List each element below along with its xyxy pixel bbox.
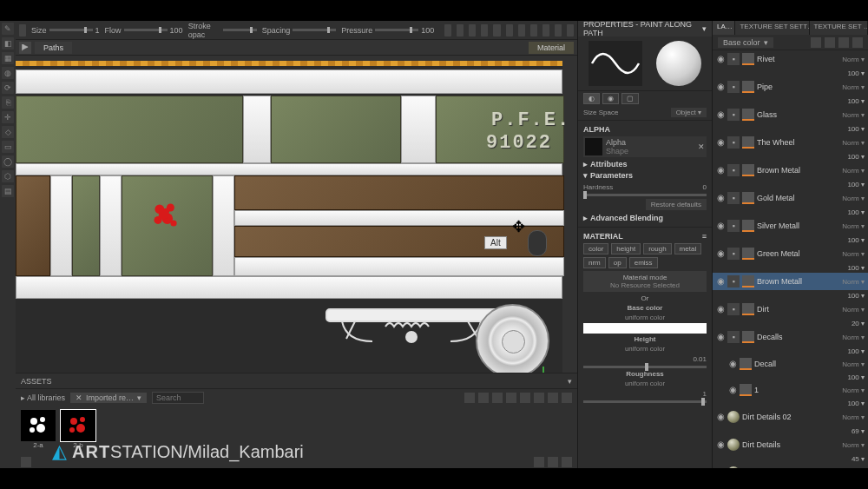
assets-new-icon[interactable]	[548, 457, 558, 467]
layer-row[interactable]: ◉Dirt DetailsNorm ▾	[713, 436, 868, 453]
space-tab-3[interactable]: ▢	[621, 93, 639, 104]
symmetry-icon[interactable]	[444, 24, 451, 36]
opacity-value[interactable]: 20 ▾	[852, 320, 865, 327]
tool-12[interactable]: ▤	[2, 185, 14, 197]
folder-icon[interactable]: ▪	[727, 275, 740, 287]
viewport-3d[interactable]: P.F.E. 91022	[16, 56, 577, 373]
opacity-value[interactable]: 100 ▾	[847, 181, 865, 188]
assets-view2-icon[interactable]	[478, 393, 489, 403]
pause-icon[interactable]	[506, 24, 513, 36]
assets-foot-icon[interactable]	[21, 457, 31, 467]
blend-mode-select[interactable]: Norm ▾	[840, 56, 865, 63]
cube-icon[interactable]	[518, 24, 525, 36]
material-menu-icon[interactable]: ≡	[702, 232, 707, 241]
tool-pick[interactable]: ✛	[2, 111, 14, 123]
tab-layers[interactable]: LA…	[713, 21, 735, 35]
hardness-slider[interactable]	[583, 194, 707, 196]
blend-mode-select[interactable]: Norm ▾	[840, 334, 865, 341]
opacity-value[interactable]: 45 ▾	[852, 455, 865, 463]
tool-proj[interactable]: ▦	[2, 52, 14, 64]
opacity-value[interactable]: 69 ▾	[852, 427, 865, 435]
asset-item[interactable]: 2-a	[21, 410, 56, 448]
view-icon[interactable]	[469, 24, 476, 36]
assets-filter-select[interactable]: ✕ Imported re… ▾	[70, 393, 147, 403]
tab-texture-set-settings[interactable]: TEXTURE SET SETT…	[735, 21, 809, 35]
brush-preset-icon[interactable]	[19, 24, 26, 36]
lazy-mouse-icon[interactable]	[457, 24, 464, 36]
eye-icon[interactable]: ◉	[716, 277, 725, 286]
tool-smudge[interactable]: ⟳	[2, 82, 14, 94]
layer-row[interactable]: ◉DecallNorm ▾	[713, 356, 868, 372]
blend-mode-select[interactable]: Norm ▾	[840, 195, 865, 202]
layer-row[interactable]: ◉▪Green MetalNorm ▾	[713, 245, 868, 262]
layer-row[interactable]: ◉▪DecallsNorm ▾	[713, 328, 868, 346]
eye-icon[interactable]: ◉	[716, 55, 725, 63]
assets-refresh-icon[interactable]	[534, 457, 544, 467]
mat-channel-op[interactable]: op	[608, 257, 627, 268]
pressure-slider[interactable]	[375, 29, 418, 31]
mat-channel-rough[interactable]: rough	[643, 243, 671, 254]
folder-icon[interactable]: ▪	[727, 248, 740, 260]
eye-icon[interactable]: ◉	[716, 333, 725, 341]
opacity-value[interactable]: 100 ▾	[847, 153, 865, 161]
assets-view1-icon[interactable]	[464, 393, 475, 403]
eye-icon[interactable]: ◉	[716, 221, 725, 230]
layers-action3-icon[interactable]	[838, 37, 849, 48]
size-space-select[interactable]: Object ▾	[671, 108, 707, 117]
mat-channel-metal[interactable]: metal	[674, 243, 702, 254]
all-libs-label[interactable]: ▸ All libraries	[21, 393, 65, 402]
assets-grid-icon[interactable]	[548, 393, 558, 403]
opacity-value[interactable]: 100 ▾	[847, 208, 865, 216]
blend-mode-select[interactable]: Norm ▾	[840, 278, 865, 286]
eye-icon[interactable]: ◉	[716, 249, 725, 258]
tool-fill[interactable]: ◍	[2, 67, 14, 79]
assets-import-icon[interactable]	[562, 457, 572, 467]
layer-row[interactable]: ◉▪DirtNorm ▾	[713, 301, 868, 318]
blend-mode-select[interactable]: Norm ▾	[840, 306, 865, 314]
folder-icon[interactable]: ▪	[727, 220, 740, 232]
eye-icon[interactable]: ◉	[716, 110, 725, 119]
blend-mode-select[interactable]: Norm ▾	[840, 139, 865, 147]
folder-icon[interactable]: ▪	[727, 81, 740, 93]
opacity-value[interactable]: 100 ▾	[847, 292, 865, 300]
mat-channel-color[interactable]: color	[583, 243, 608, 254]
folder-icon[interactable]: ▪	[727, 192, 740, 204]
render-icon[interactable]	[493, 24, 500, 36]
alpha-clear-icon[interactable]: ✕	[698, 142, 705, 151]
layer-row[interactable]: ◉▪Gold MetalNorm ▾	[713, 189, 868, 207]
eye-icon[interactable]: ◉	[716, 440, 725, 449]
layer-row[interactable]: ◉▪GlassNorm ▾	[713, 106, 868, 123]
layer-row[interactable]: ◉▪The WheelNorm ▾	[713, 134, 868, 151]
material-mode-box[interactable]: Material modeNo Resource Selected	[583, 271, 707, 292]
tool-brush[interactable]: ✎	[2, 23, 14, 35]
base-color-swatch[interactable]	[583, 323, 707, 334]
layers-action2-icon[interactable]	[825, 37, 835, 48]
settings-icon[interactable]	[542, 24, 549, 36]
camera-icon[interactable]	[481, 24, 488, 36]
eye-icon[interactable]: ◉	[728, 386, 737, 394]
opacity-value[interactable]: 100 ▾	[847, 236, 865, 244]
blend-mode-select[interactable]: Norm ▾	[840, 111, 865, 119]
mat-channel-emiss[interactable]: emiss	[629, 257, 658, 268]
layer-row[interactable]: ◉1Norm ▾	[713, 382, 868, 398]
channel-select[interactable]: Base color ▾	[718, 37, 773, 48]
tool-8[interactable]: ◇	[2, 126, 14, 138]
eye-icon[interactable]: ◉	[716, 138, 725, 147]
paths-tab[interactable]: Paths	[35, 42, 72, 54]
restore-defaults-button[interactable]: Restore defaults	[646, 199, 707, 210]
blend-mode-select[interactable]: Norm ▾	[840, 413, 865, 421]
blend-mode-select[interactable]: Norm ▾	[840, 167, 865, 175]
roughness-slider[interactable]	[583, 400, 707, 403]
layer-row[interactable]: ◉▪PipeNorm ▾	[713, 78, 868, 96]
layer-row[interactable]: ◉▪Brown MetallNorm ▾	[713, 273, 868, 290]
tool-9[interactable]: ▭	[2, 141, 14, 153]
size-slider[interactable]	[49, 29, 93, 31]
advanced-blending-toggle[interactable]: ▸ Advanced Blending	[583, 214, 707, 222]
attributes-toggle[interactable]: ▸ Attributes	[583, 160, 707, 169]
assets-menu-icon[interactable]: ▾	[568, 377, 572, 386]
spacing-slider[interactable]	[293, 29, 336, 31]
opacity-value[interactable]: 100 ▾	[847, 400, 865, 407]
folder-icon[interactable]: ▪	[727, 303, 740, 315]
assets-view6-icon[interactable]	[534, 393, 544, 403]
wand-icon[interactable]	[567, 24, 574, 36]
